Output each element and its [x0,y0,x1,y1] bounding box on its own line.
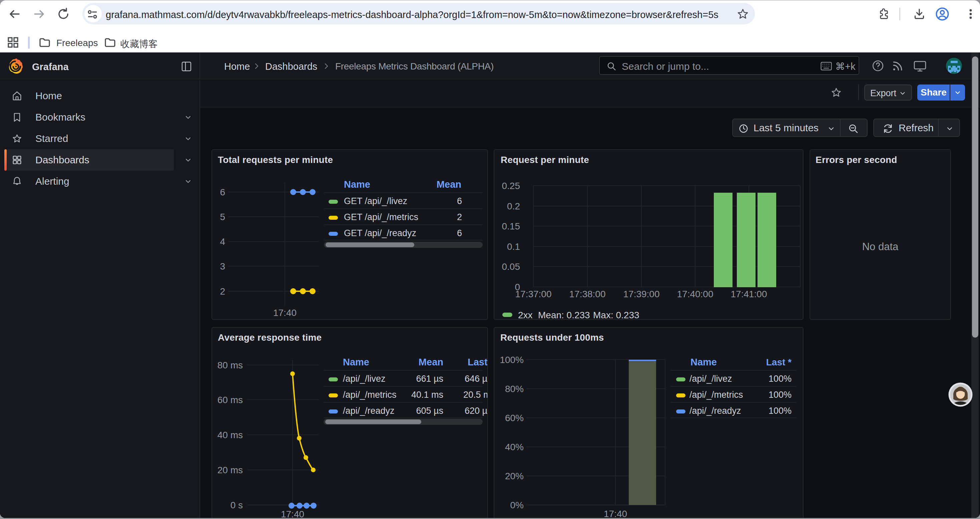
svg-text:GET /api/_/readyz: GET /api/_/readyz [344,228,416,238]
svg-text:Last *: Last * [766,357,792,367]
svg-text:100%: 100% [500,355,524,365]
svg-text:620 µs: 620 µs [465,406,487,416]
svg-text:0.05: 0.05 [502,262,520,272]
svg-text:17:39:00: 17:39:00 [624,289,660,299]
svg-text:40 ms: 40 ms [218,430,243,440]
svg-text:Mean: Mean [418,357,443,367]
svg-text:Mean: 0.233: Mean: 0.233 [538,310,590,319]
svg-text:17:40: 17:40 [273,308,296,318]
svg-text:Name: Name [343,357,369,367]
svg-text:/api/_/livez: /api/_/livez [689,374,732,384]
svg-text:100%: 100% [768,406,792,416]
svg-text:3: 3 [220,261,225,271]
svg-text:0%: 0% [510,500,524,510]
svg-text:60%: 60% [505,413,524,423]
svg-text:5: 5 [220,212,225,222]
svg-text:100%: 100% [768,374,792,384]
svg-text:17:40: 17:40 [604,509,627,518]
svg-text:6: 6 [457,196,462,206]
svg-text:661 µs: 661 µs [416,374,443,384]
svg-text:40%: 40% [505,442,524,452]
svg-text:20 ms: 20 ms [218,465,243,475]
svg-text:/api/_/livez: /api/_/livez [343,374,386,384]
svg-text:Mean: Mean [437,179,461,190]
svg-text:80%: 80% [505,384,524,394]
svg-text:0.2: 0.2 [507,201,520,211]
svg-text:17:38:00: 17:38:00 [570,289,606,299]
svg-text:17:41:00: 17:41:00 [731,289,767,299]
svg-text:GET /api/_/metrics: GET /api/_/metrics [344,212,418,222]
svg-text:60 ms: 60 ms [218,395,243,405]
svg-text:0 s: 0 s [231,500,243,510]
svg-text:646 µs: 646 µs [465,374,487,384]
svg-text:/api/_/readyz: /api/_/readyz [343,406,395,416]
svg-text:2: 2 [457,212,462,222]
svg-text:4: 4 [220,236,225,247]
svg-text:/api/_/metrics: /api/_/metrics [689,390,743,400]
svg-text:GET /api/_/livez: GET /api/_/livez [344,196,407,206]
svg-text:/api/_/metrics: /api/_/metrics [343,390,396,400]
svg-text:0.15: 0.15 [502,221,520,232]
svg-text:Name: Name [344,179,370,190]
svg-text:6: 6 [220,187,225,197]
svg-text:2: 2 [220,286,225,297]
svg-text:17:37:00: 17:37:00 [515,289,552,299]
svg-text:/api/_/readyz: /api/_/readyz [689,406,741,416]
svg-text:40.1 ms: 40.1 ms [411,390,443,400]
svg-text:80 ms: 80 ms [218,360,243,370]
svg-text:Max: 0.233: Max: 0.233 [593,310,640,319]
svg-text:6: 6 [457,228,462,238]
svg-text:605 µs: 605 µs [416,406,443,416]
svg-text:0.1: 0.1 [507,241,520,252]
svg-text:17:40:00: 17:40:00 [677,289,713,299]
svg-text:20%: 20% [505,471,524,481]
svg-text:2xx: 2xx [518,310,533,319]
svg-text:Last *: Last * [468,357,487,367]
svg-text:Name: Name [690,357,717,367]
svg-text:20.5 ms: 20.5 ms [463,390,487,400]
svg-text:17:40: 17:40 [281,509,304,518]
svg-text:100%: 100% [768,390,792,400]
svg-text:0.25: 0.25 [502,181,520,191]
